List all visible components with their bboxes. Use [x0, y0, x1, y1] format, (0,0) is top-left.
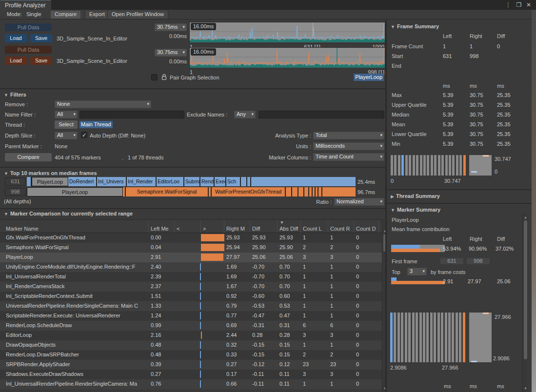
marker-segment[interactable]: DoRenderl	[68, 177, 97, 186]
filters-header[interactable]: ▼Filters	[4, 92, 26, 98]
marker-segment[interactable]: Sch	[226, 177, 241, 186]
analysis-type-dropdown[interactable]: Total▾	[313, 132, 384, 139]
column-header-abs-diff[interactable]: Abs Diff▼	[278, 220, 301, 233]
lock-icon[interactable]	[161, 74, 167, 81]
marker-segment[interactable]: Rend	[200, 177, 215, 186]
marker-segment[interactable]: Exec	[215, 177, 226, 186]
top10-right-frame-button[interactable]: 998	[5, 188, 26, 196]
scroll-up-icon[interactable]: ▲	[523, 216, 528, 219]
table-row[interactable]: EditorLoop2.162.440.280.28330	[0, 331, 382, 340]
table-row[interactable]: Gfx.WaitForPresentOnGfxThread0.0025.9325…	[0, 233, 382, 243]
thread-value-chip[interactable]: Main Thread	[79, 121, 113, 128]
depth-slice-dropdown[interactable]: All▾	[55, 132, 78, 139]
load-left-button[interactable]: Load	[5, 34, 27, 42]
pull-data-right-button[interactable]: Pull Data	[5, 46, 52, 54]
table-row[interactable]: Inl_UniversalRenderPipeline.RenderSingle…	[0, 379, 382, 389]
marker-segment[interactable]: Semaphore.WaitForSignal	[126, 187, 209, 196]
right-graph-scale-dropdown[interactable]: 30.75ms▾	[155, 49, 187, 57]
selected-marker-chip[interactable]: PlayerLoop	[354, 74, 384, 81]
marker-segment[interactable]: EditorLoo	[157, 177, 184, 186]
mode-single-button[interactable]: Single	[22, 11, 45, 19]
summary-scrollbar[interactable]: ▲ ▼	[522, 214, 528, 392]
marker-segment[interactable]: PlayerLoop	[32, 177, 68, 186]
frame-summary-histogram[interactable]	[391, 155, 466, 176]
left-frames-graph[interactable]: 16.00ms	[189, 22, 385, 43]
ratio-dropdown[interactable]: Normalized▾	[334, 198, 384, 206]
thread-summary-header[interactable]: ▶Thread Summary	[391, 193, 440, 199]
window-menu-icon[interactable]: ⋮	[504, 1, 512, 9]
table-row[interactable]: DrawOpaqueObjects0.480.32-0.150.15110	[0, 340, 382, 350]
table-row[interactable]: Inl_RenderCameraStack2.371.67-0.700.7011…	[0, 282, 382, 292]
top10-header[interactable]: ▼Top 10 markers on median frames	[4, 170, 97, 176]
name-filter-input[interactable]	[79, 111, 184, 118]
marker-columns-dropdown[interactable]: Time and Count▾	[313, 153, 384, 161]
marker-segment-blank[interactable]	[286, 187, 292, 196]
exclude-mode-dropdown[interactable]: Any▾	[234, 111, 256, 118]
remove-dropdown[interactable]: None▾	[55, 100, 151, 108]
first-frame-right-button[interactable]: 998	[466, 257, 490, 265]
marker-segment[interactable]: Inl_Univers	[97, 177, 127, 186]
marker-segment-blank[interactable]	[309, 187, 313, 196]
marker-segment-blank[interactable]	[298, 187, 304, 196]
name-filter-mode-dropdown[interactable]: All▾	[55, 111, 78, 118]
close-icon[interactable]: ✕	[525, 1, 533, 9]
top10-left-frame-button[interactable]: 631	[5, 177, 26, 186]
marker-summary-boxplot[interactable]	[469, 313, 492, 362]
summary-scrollbar-thumb[interactable]	[524, 220, 527, 359]
exclude-names-input[interactable]	[258, 111, 384, 118]
window-tab[interactable]: Profile Analyzer	[0, 0, 51, 10]
column-header-count-d[interactable]: Count D	[354, 220, 379, 233]
thread-select-button[interactable]: Select	[55, 120, 78, 129]
marker-segment-blank[interactable]	[247, 177, 251, 186]
marker-summary-header[interactable]: ▼Marker Summary	[391, 207, 440, 213]
mode-compare-button[interactable]: Compare	[51, 11, 80, 19]
column-header-count-r[interactable]: Count R	[328, 220, 354, 233]
table-row[interactable]: Shadows.ExecuteDrawShadows0.270.17-0.110…	[0, 370, 382, 379]
marker-segment-blank[interactable]	[292, 187, 298, 196]
units-dropdown[interactable]: Milliseconds▾	[313, 142, 384, 150]
maximize-icon[interactable]: ❐	[515, 1, 523, 9]
top-n-dropdown[interactable]: 3▾	[407, 268, 427, 275]
column-header-diff[interactable]: Diff	[250, 220, 278, 233]
column-header-count-l[interactable]: Count L	[301, 220, 328, 233]
auto-depth-checkbox[interactable]: ✓	[81, 132, 87, 138]
frame-summary-boxplot[interactable]	[469, 155, 492, 176]
save-right-button[interactable]: Save	[30, 57, 52, 65]
marker-segment-blank[interactable]	[241, 177, 247, 186]
column-header-right-m[interactable]: Right M	[224, 220, 250, 233]
marker-segment-blank[interactable]	[304, 187, 309, 196]
marker-segment[interactable]: Submi	[184, 177, 200, 186]
table-row[interactable]: Inl_UniversalRenderTotal2.391.69-0.700.7…	[0, 272, 382, 282]
table-row[interactable]: UniversalRenderPipeline.RenderSingleCame…	[0, 301, 382, 311]
marker-segment-blank[interactable]	[251, 177, 356, 186]
column-header-marker-name[interactable]: Marker Name	[4, 220, 149, 233]
pair-graph-selection-checkbox[interactable]	[151, 74, 158, 80]
column-header--[interactable]: >	[201, 220, 224, 233]
export-button[interactable]: Export	[85, 11, 109, 19]
left-graph-scale-dropdown[interactable]: 30.75ms▾	[155, 23, 187, 31]
marker-segment-blank[interactable]	[27, 177, 32, 186]
table-row[interactable]: RenderLoop.DrawSRPBatcher0.480.33-0.150.…	[0, 350, 382, 360]
compare-button[interactable]: Compare	[5, 153, 52, 161]
column-header-left-me[interactable]: Left Me	[149, 220, 175, 233]
load-right-button[interactable]: Load	[5, 57, 27, 65]
marker-segment[interactable]: PlayerLoop	[27, 187, 123, 196]
table-row[interactable]: Inl_ScriptableRenderContext.Submit1.510.…	[0, 292, 382, 301]
first-frame-left-button[interactable]: 631	[440, 257, 464, 265]
table-row[interactable]: ScriptableRenderer.Execute: UniversalRen…	[0, 311, 382, 321]
save-left-button[interactable]: Save	[30, 34, 52, 42]
table-row[interactable]: SRPBRender.ApplyShader0.390.27-0.120.122…	[0, 360, 382, 370]
marker-segment[interactable]: Inl_Render	[127, 177, 157, 186]
column-header--[interactable]: <	[175, 220, 201, 233]
marker-summary-histogram[interactable]	[390, 313, 465, 362]
pull-data-left-button[interactable]: Pull Data	[5, 23, 52, 31]
frame-summary-header[interactable]: ▼Frame Summary	[391, 23, 439, 29]
comparison-header[interactable]: ▼Marker Comparison for currently selecte…	[4, 211, 133, 216]
table-row[interactable]: UnityEngine.CoreModule.dll!UnityEngine.R…	[0, 262, 382, 272]
marker-segment-blank[interactable]	[318, 187, 322, 196]
marker-segment[interactable]: WaitForPresentOnGfxThread	[212, 187, 286, 196]
marker-segment-blank[interactable]	[322, 187, 356, 196]
table-row[interactable]: RenderLoop.ScheduleDraw0.990.69-0.310.31…	[0, 321, 382, 331]
scroll-down-icon[interactable]: ▼	[523, 387, 528, 390]
table-row[interactable]: Semaphore.WaitForSignal0.0425.9425.9025.…	[0, 243, 382, 253]
